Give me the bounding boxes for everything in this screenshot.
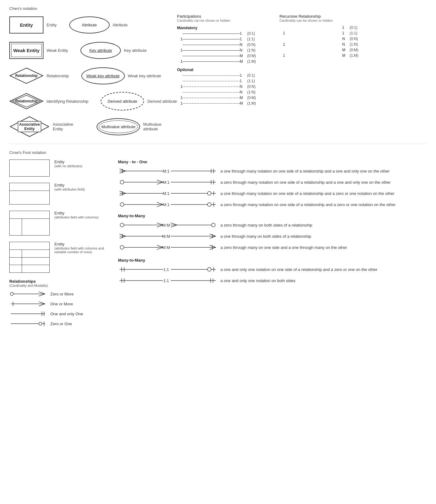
svg-line-29 xyxy=(157,180,163,182)
chens-identifying-row: Relationship Identifying Relationship De… xyxy=(9,90,177,112)
p-opt-row-5: 1 M (1:M) xyxy=(177,101,276,106)
svg-line-67 xyxy=(210,236,216,238)
p-line-solid xyxy=(183,61,240,62)
m1-diagram-4: M:1 xyxy=(118,200,217,209)
svg-line-21 xyxy=(120,171,126,173)
svg-line-66 xyxy=(210,234,216,236)
one-only-icon xyxy=(9,310,47,317)
cf-entity-var-shape xyxy=(9,242,50,273)
svg-point-57 xyxy=(211,223,215,227)
svg-line-30 xyxy=(157,182,163,184)
svg-text:M:M: M:M xyxy=(162,223,170,227)
m1-diagram-2: M:1 xyxy=(118,178,217,187)
svg-line-11 xyxy=(39,302,45,304)
crows-left: Entity (with no attributes) Entity ( xyxy=(9,160,109,327)
recursive-subtitle: Cardinality can be shown or hidden xyxy=(279,19,379,22)
derived-attribute-label: Derived attribute xyxy=(147,99,177,104)
p-right-0-N: N xyxy=(240,43,245,47)
svg-text:M:1: M:1 xyxy=(163,169,170,173)
p-opt-row-1: 1 (1:1) xyxy=(177,79,276,83)
participations-subtitle: Cardinality can be shown or hidden xyxy=(177,19,276,22)
rel-one-or-more-line xyxy=(9,300,47,307)
svg-point-51 xyxy=(120,223,124,227)
zero-or-more-icon xyxy=(9,290,47,297)
crows-right: Many - to - One M:1 xyxy=(118,160,427,327)
svg-text:M:1: M:1 xyxy=(163,180,170,185)
p-right-1-N: N xyxy=(240,48,245,52)
mandatory-group: Mandatory 1 (0:1) xyxy=(177,25,276,64)
chens-entity-row: Entity Entity Attribute Attribute xyxy=(9,14,177,36)
cf-row-2 xyxy=(10,258,49,265)
mm-diagram-2: M:M xyxy=(118,232,217,241)
svg-point-43 xyxy=(120,203,124,206)
cf-row-2-right xyxy=(22,258,49,265)
mm-row-1: M:M a zero through many on both sides of… xyxy=(118,221,427,229)
svg-text:M:M: M:M xyxy=(162,234,170,239)
cf-entity-label-1: Entity (with no attributes) xyxy=(54,160,82,168)
mm2-diagram-2: 1:1 xyxy=(118,276,217,285)
zero-or-more-label: Zero or More xyxy=(50,292,74,296)
svg-text:1:1: 1:1 xyxy=(163,267,169,272)
entity-shape: Entity xyxy=(9,16,43,34)
weak-entity-shape: Weak Entity xyxy=(9,42,43,59)
p-left-1-1: 1 xyxy=(177,37,183,41)
rec-row-0: 1 (0:1) xyxy=(279,25,379,30)
mm-diagram-1: M:M xyxy=(118,221,217,229)
cf-rel-title: Relationships xyxy=(9,279,109,284)
one-or-more-label: One or More xyxy=(50,302,73,306)
many-to-many-2-title: Many-to-Many xyxy=(118,258,427,263)
svg-point-49 xyxy=(207,203,211,206)
svg-point-5 xyxy=(10,292,13,295)
key-attribute-label: Key attribute xyxy=(124,48,147,53)
mm2-row-2: 1:1 a one and only one notation on both … xyxy=(118,276,427,285)
rec-row-3: 1 N (1:N) xyxy=(279,42,379,47)
attribute-label: Attribute xyxy=(113,23,128,27)
divider-1 xyxy=(9,144,427,144)
cf-row-1 xyxy=(10,250,49,258)
many-to-one-title: Many - to - One xyxy=(118,160,427,164)
p-row-1-1: 1 1 (1:1) xyxy=(177,37,276,41)
p-right-0-M: M xyxy=(240,54,245,58)
p-right-1-M: M xyxy=(240,59,245,64)
participations-section: Participations Cardinality can be shown … xyxy=(177,14,276,137)
cf-entity-name-1: Entity xyxy=(54,160,82,164)
cf-row-1-left xyxy=(10,250,22,257)
cf-entity-var-body xyxy=(10,250,49,272)
cf-entity-label-4: Entity (attributes field with columns an… xyxy=(54,242,109,254)
cf-entity-name-3: Entity xyxy=(54,211,98,215)
svg-text:M:1: M:1 xyxy=(163,191,170,196)
p-left-1-N: 1 xyxy=(177,48,183,52)
cf-entity-header xyxy=(10,183,49,191)
svg-point-41 xyxy=(207,191,211,195)
entity-label: Entity xyxy=(47,23,57,27)
mm2-desc-1: a one and only one notation on one side … xyxy=(220,267,427,272)
m1-row-3: M:1 a one through many notation on one s… xyxy=(118,189,427,198)
p-row-0-N: N (0:N) xyxy=(177,43,276,47)
svg-text:1:1: 1:1 xyxy=(163,278,169,283)
derived-attribute-shape: Derived attribute xyxy=(101,92,144,110)
p-line-solid xyxy=(183,45,240,45)
svg-line-62 xyxy=(120,236,126,238)
rel-one-or-more: One or More xyxy=(9,300,109,307)
svg-point-27 xyxy=(120,180,124,184)
rec-row-4: M (0:M) xyxy=(279,48,379,52)
participations-title: Participations xyxy=(177,14,276,19)
cf-entity-sub-4: (attributes field with columns and varia… xyxy=(54,246,109,254)
m1-row-4: M:1 a zero through many notation on one … xyxy=(118,200,427,209)
p-card-1-N: (1:N) xyxy=(247,48,263,52)
mm-diagram-3: M:M xyxy=(118,243,217,252)
cf-row-2-left xyxy=(10,258,22,265)
cf-entity-attrs-shape xyxy=(9,183,50,205)
svg-text:M:1: M:1 xyxy=(163,202,170,207)
svg-point-69 xyxy=(120,245,124,249)
cf-entity-sub-1: (with no attributes) xyxy=(54,164,82,168)
cf-entity-col-right xyxy=(22,219,49,235)
rec-row-5: 1 M (1:M) xyxy=(279,53,379,58)
relationship-shape: Relationship xyxy=(9,67,43,84)
svg-line-75 xyxy=(210,245,216,247)
assoc-entity-label: Associative Entity xyxy=(53,122,84,131)
many-to-many-2-section: Many-to-Many 1:1 xyxy=(118,258,427,285)
chens-title: Chen's notation xyxy=(9,6,427,11)
cf-entity-cols-shape xyxy=(9,211,50,236)
relationship-label: Relationship xyxy=(47,74,69,78)
